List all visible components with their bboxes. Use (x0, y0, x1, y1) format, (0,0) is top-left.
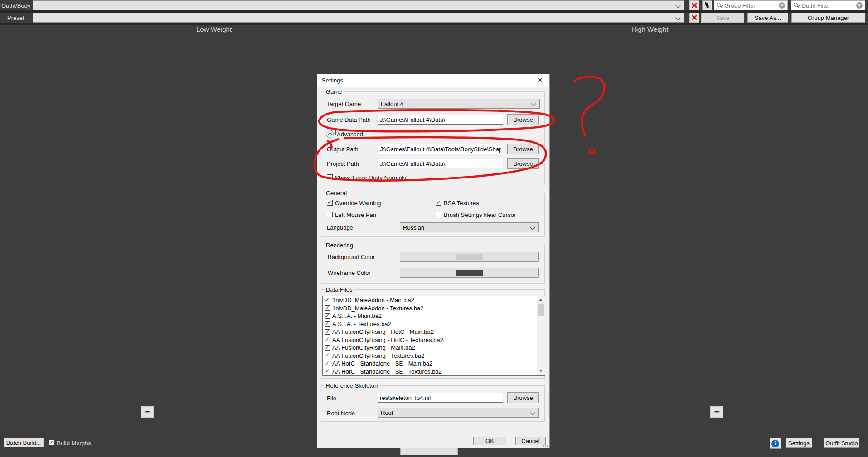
info-icon: i (771, 440, 779, 447)
outfit-filter-input[interactable] (800, 2, 854, 9)
clear-filter-icon[interactable]: × (779, 2, 785, 9)
low-weight-label: Low Weight (196, 25, 232, 33)
game-data-path-input[interactable] (378, 115, 503, 125)
outfit-studio-button[interactable]: Outfit Studio (824, 438, 859, 448)
game-data-path-label: Game Data Path (327, 116, 371, 123)
outfit-filter-searchbox[interactable]: × (791, 0, 865, 10)
ok-button[interactable]: OK (473, 437, 506, 445)
settings-button[interactable]: Settings (786, 438, 812, 448)
target-game-label: Target Game (327, 101, 361, 107)
data-file-checkbox[interactable] (325, 313, 330, 319)
brush-settings-near-cursor-label: Brush Settings Near Cursor (444, 212, 516, 218)
scrollbar-thumb[interactable] (538, 304, 544, 316)
data-file-checkbox[interactable] (325, 353, 330, 358)
data-file-checkbox[interactable] (325, 345, 330, 351)
output-path-input[interactable] (378, 144, 503, 154)
game-data-path-browse-button[interactable]: Browse (507, 114, 539, 125)
clear-outfit-button[interactable] (689, 0, 699, 10)
data-files-list[interactable]: 1nivDD_MaleAddon - Main.ba2 1nivDD_MaleA… (322, 296, 545, 376)
settings-dialog-titlebar[interactable]: Settings × (317, 74, 549, 87)
clear-filter-icon[interactable]: × (856, 2, 863, 9)
data-file-row[interactable]: AA FusionCityRising - HotC - Textures.ba… (323, 336, 545, 344)
override-warning-checkbox[interactable] (327, 200, 333, 206)
output-path-label: Output Path (327, 146, 358, 153)
project-path-browse-button[interactable]: Browse (507, 158, 539, 169)
slider-edit-button-right[interactable] (710, 406, 723, 418)
resize-grip[interactable] (543, 445, 548, 447)
target-game-combobox[interactable]: Fallout 4 (378, 99, 540, 109)
bsa-textures-checkbox[interactable] (436, 200, 441, 206)
left-mouse-pan-checkbox[interactable] (327, 212, 333, 217)
wireframe-color-button[interactable] (400, 268, 539, 278)
cancel-button[interactable]: Cancel (515, 437, 546, 445)
settings-dialog-title: Settings (322, 77, 343, 84)
data-file-row[interactable]: AA FusionCityRising - Textures.ba2 (323, 352, 545, 360)
group-manager-button[interactable]: Group Manager (791, 13, 865, 23)
force-body-normals-label: Show 'Force Body Normals' (335, 174, 407, 181)
left-mouse-pan-label: Left Mouse Pan (335, 212, 376, 218)
data-file-row[interactable]: A.S.I.A. - Textures.ba2 (323, 320, 545, 328)
output-path-browse-button[interactable]: Browse (507, 144, 539, 154)
rendering-group: Rendering (321, 245, 545, 284)
advanced-toggle[interactable] (326, 130, 334, 138)
data-file-label: 1nivDD_MaleAddon - Main.ba2 (332, 297, 414, 303)
save-as-button[interactable]: Save As... (747, 13, 788, 23)
data-files-group-label: Data Files (324, 286, 354, 293)
project-path-input[interactable] (378, 159, 503, 168)
clear-preset-button[interactable] (689, 13, 699, 23)
close-icon[interactable]: × (536, 76, 545, 85)
skeleton-file-browse-button[interactable]: Browse (507, 392, 539, 403)
occluded-button (400, 448, 458, 455)
data-file-checkbox[interactable] (325, 337, 330, 342)
data-file-row[interactable]: AA HotC - Standalone - SE - Main.ba2 (323, 360, 545, 368)
root-node-combobox[interactable]: Root (378, 408, 539, 418)
chevron-down-icon (530, 225, 535, 230)
build-morphs-checkbox[interactable] (48, 440, 54, 446)
language-value: Russian (403, 224, 424, 231)
language-combobox[interactable]: Russian (400, 222, 539, 232)
data-file-checkbox[interactable] (325, 305, 330, 311)
data-file-checkbox[interactable] (325, 369, 330, 374)
slider-pencil-icon (144, 410, 151, 414)
group-filter-searchbox[interactable]: × (714, 0, 788, 10)
wireframe-color-swatch (456, 270, 483, 276)
about-button[interactable]: i (770, 438, 781, 449)
settings-dialog: Settings × Game Target Game Fallout 4 Ga… (317, 74, 550, 448)
data-file-row[interactable]: AA FusionCityRising - Main.ba2 (323, 344, 545, 352)
data-file-label: AA FusionCityRising - HotC - Main.ba2 (332, 328, 434, 335)
bodyslide-window: Outfit/Body × × Preset Save (0, 0, 868, 457)
data-file-row[interactable]: A.S.I.A. - Main.ba2 (323, 312, 545, 320)
outfit-body-label: Outfit/Body (1, 2, 30, 9)
preset-combobox[interactable] (33, 13, 684, 23)
slider-edit-button-left[interactable] (141, 406, 154, 418)
save-button[interactable]: Save (701, 13, 744, 23)
brush-settings-near-cursor-checkbox[interactable] (436, 212, 441, 217)
build-morphs-label: Build Morphs (57, 440, 91, 447)
data-file-checkbox[interactable] (325, 298, 330, 303)
skeleton-file-input[interactable] (378, 393, 503, 403)
data-file-row[interactable]: 1nivDD_MaleAddon - Main.ba2 (323, 296, 545, 304)
batch-build-button[interactable]: Batch Build... (4, 438, 44, 447)
data-file-row[interactable]: AA HotC - Standalone - SE - Textures.ba2 (323, 368, 545, 376)
annotation-question-mark (574, 77, 605, 135)
data-file-label: AA FusionCityRising - Main.ba2 (332, 344, 415, 351)
chevron-down-icon (531, 101, 536, 106)
data-files-scrollbar[interactable] (537, 296, 545, 375)
force-body-normals-checkbox[interactable] (327, 174, 333, 180)
data-file-label: AA FusionCityRising - HotC - Textures.ba… (332, 337, 443, 343)
data-file-checkbox[interactable] (325, 329, 330, 335)
scroll-down-button[interactable] (537, 367, 544, 375)
wireframe-color-label: Wireframe Color (328, 269, 371, 276)
data-file-checkbox[interactable] (325, 321, 330, 327)
data-file-checkbox[interactable] (325, 361, 330, 366)
outfit-body-combobox[interactable] (33, 0, 684, 10)
bodyslide-app-icon-button[interactable] (702, 0, 712, 10)
group-filter-input[interactable] (723, 2, 776, 9)
background-color-button[interactable] (400, 252, 539, 262)
data-file-row[interactable]: 1nivDD_MaleAddon - Textures.ba2 (323, 304, 545, 313)
advanced-label[interactable]: Advanced (335, 130, 364, 138)
rendering-group-label: Rendering (324, 242, 355, 249)
top-bar: Outfit/Body × × Preset Save (0, 0, 868, 26)
data-file-row[interactable]: AA FusionCityRising - HotC - Main.ba2 (323, 328, 545, 336)
scroll-up-button[interactable] (537, 296, 544, 304)
